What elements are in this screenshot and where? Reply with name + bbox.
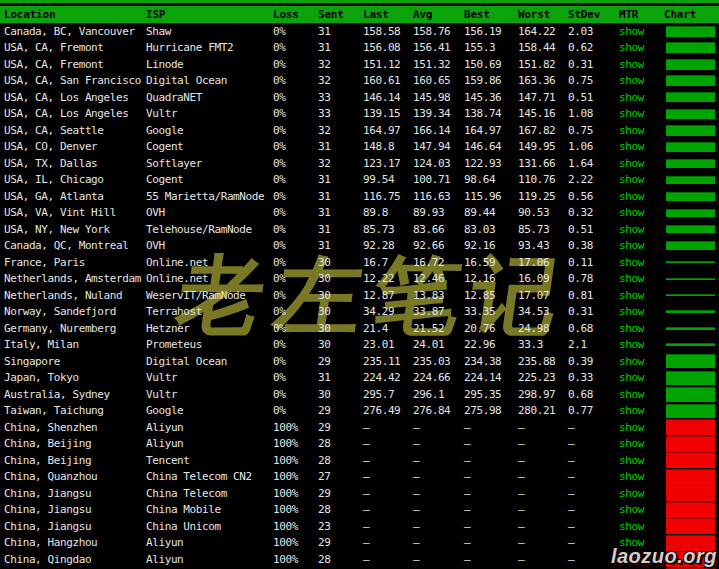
- location-cell: Canada, BC, Vancouver: [4, 25, 146, 38]
- isp-cell: Hetzner: [146, 322, 273, 335]
- worst-cell: –: [518, 520, 568, 533]
- isp-cell: WeservIT/RamNode: [146, 289, 273, 302]
- isp-cell: Google: [146, 124, 273, 137]
- corner-watermark-text: laozuo.org: [611, 545, 717, 568]
- stdev-cell: 0.81: [568, 289, 619, 302]
- last-cell: 21.4: [363, 322, 413, 335]
- header-avg: Avg: [413, 8, 464, 21]
- mtr-show-link[interactable]: show: [619, 322, 644, 335]
- loss-cell: 0%: [273, 25, 318, 38]
- table-row: China, Jiangsu China Unicom 100% 23 – – …: [0, 518, 719, 535]
- worst-cell: 33.3: [518, 338, 568, 351]
- stdev-cell: –: [568, 503, 619, 516]
- avg-cell: 224.66: [413, 371, 464, 384]
- mtr-show-link[interactable]: show: [619, 91, 644, 104]
- mtr-show-link[interactable]: show: [619, 503, 644, 516]
- mtr-show-link[interactable]: show: [619, 124, 644, 137]
- location-cell: China, Hangzhou: [4, 536, 146, 549]
- mtr-cell: show: [619, 107, 664, 120]
- avg-cell: –: [413, 470, 464, 483]
- mtr-show-link[interactable]: show: [619, 404, 644, 417]
- table-row: USA, CA, Los Angeles Vultr 0% 33 139.15 …: [0, 106, 719, 123]
- sent-cell: 30: [318, 289, 363, 302]
- mtr-show-link[interactable]: show: [619, 25, 644, 38]
- best-cell: 122.93: [464, 157, 518, 170]
- mtr-show-link[interactable]: show: [619, 206, 644, 219]
- stdev-cell: 0.78: [568, 272, 619, 285]
- avg-cell: 158.76: [413, 25, 464, 38]
- header-isp: ISP: [146, 8, 273, 21]
- location-cell: Italy, Milan: [4, 338, 146, 351]
- mtr-show-link[interactable]: show: [619, 388, 644, 401]
- mtr-show-link[interactable]: show: [619, 58, 644, 71]
- mtr-show-link[interactable]: show: [619, 190, 644, 203]
- mtr-show-link[interactable]: show: [619, 289, 644, 302]
- loss-cell: 0%: [273, 107, 318, 120]
- last-cell: 12.87: [363, 289, 413, 302]
- chart-cell: [664, 238, 719, 255]
- chart-cell: [664, 188, 719, 205]
- table-row: Canada, QC, Montreal OVH 0% 31 92.28 92.…: [0, 238, 719, 255]
- mtr-show-link[interactable]: show: [619, 454, 644, 467]
- worst-cell: 131.66: [518, 157, 568, 170]
- chart-cell: [664, 56, 719, 73]
- location-cell: USA, CA, Los Angeles: [4, 107, 146, 120]
- last-cell: 160.61: [363, 74, 413, 87]
- sent-cell: 32: [318, 124, 363, 137]
- location-cell: Germany, Nuremberg: [4, 322, 146, 335]
- mtr-cell: show: [619, 404, 664, 417]
- mtr-show-link[interactable]: show: [619, 437, 644, 450]
- avg-cell: 160.65: [413, 74, 464, 87]
- mtr-show-link[interactable]: show: [619, 421, 644, 434]
- avg-cell: 296.1: [413, 388, 464, 401]
- header-location: Location: [4, 8, 146, 21]
- isp-cell: Shaw: [146, 25, 273, 38]
- sent-cell: 32: [318, 74, 363, 87]
- mtr-show-link[interactable]: show: [619, 239, 644, 252]
- mtr-show-link[interactable]: show: [619, 305, 644, 318]
- mtr-show-link[interactable]: show: [619, 223, 644, 236]
- avg-cell: 92.66: [413, 239, 464, 252]
- mtr-show-link[interactable]: show: [619, 157, 644, 170]
- sent-cell: 29: [318, 404, 363, 417]
- loss-cell: 100%: [273, 503, 318, 516]
- loss-cell: 0%: [273, 140, 318, 153]
- loss-cell: 0%: [273, 124, 318, 137]
- latency-bar: [666, 371, 715, 385]
- mtr-show-link[interactable]: show: [619, 487, 644, 500]
- stdev-cell: 0.33: [568, 371, 619, 384]
- mtr-cell: show: [619, 91, 664, 104]
- loss-cell: 0%: [273, 58, 318, 71]
- table-row: USA, CA, Seattle Google 0% 32 164.97 166…: [0, 122, 719, 139]
- mtr-show-link[interactable]: show: [619, 338, 644, 351]
- avg-cell: 16.72: [413, 256, 464, 269]
- mtr-show-link[interactable]: show: [619, 74, 644, 87]
- mtr-show-link[interactable]: show: [619, 355, 644, 368]
- sent-cell: 31: [318, 173, 363, 186]
- last-cell: –: [363, 454, 413, 467]
- sent-cell: 31: [318, 25, 363, 38]
- mtr-show-link[interactable]: show: [619, 107, 644, 120]
- table-row: China, Jiangsu China Mobile 100% 28 – – …: [0, 502, 719, 519]
- mtr-show-link[interactable]: show: [619, 173, 644, 186]
- mtr-show-link[interactable]: show: [619, 256, 644, 269]
- worst-cell: –: [518, 437, 568, 450]
- mtr-show-link[interactable]: show: [619, 41, 644, 54]
- sent-cell: 30: [318, 256, 363, 269]
- isp-cell: Online.net: [146, 272, 273, 285]
- location-cell: USA, CA, Seattle: [4, 124, 146, 137]
- avg-cell: –: [413, 437, 464, 450]
- mtr-show-link[interactable]: show: [619, 470, 644, 483]
- mtr-cell: show: [619, 388, 664, 401]
- latency-bar: [666, 42, 715, 53]
- mtr-show-link[interactable]: show: [619, 140, 644, 153]
- mtr-show-link[interactable]: show: [619, 371, 644, 384]
- mtr-cell: show: [619, 487, 664, 500]
- best-cell: 150.69: [464, 58, 518, 71]
- mtr-cell: show: [619, 239, 664, 252]
- loss-cell: 0%: [273, 338, 318, 351]
- isp-cell: Google: [146, 404, 273, 417]
- mtr-show-link[interactable]: show: [619, 520, 644, 533]
- isp-cell: Prometeus: [146, 338, 273, 351]
- mtr-show-link[interactable]: show: [619, 272, 644, 285]
